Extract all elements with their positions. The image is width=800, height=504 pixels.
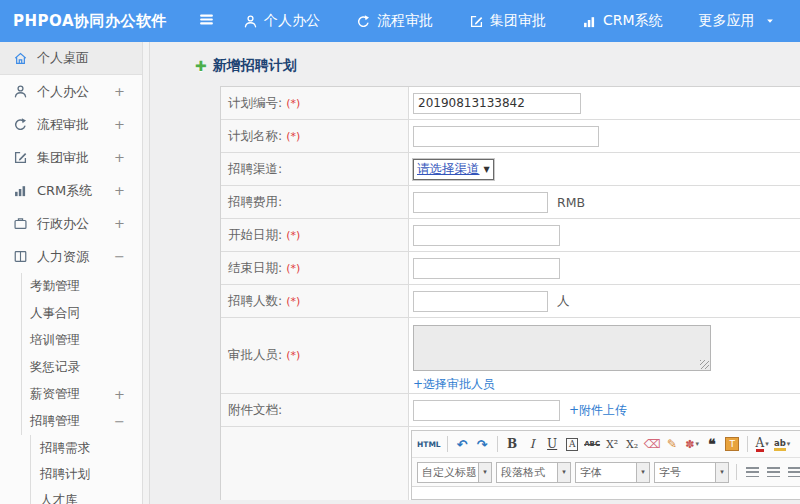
font-color-button[interactable]: A▾ [754,435,771,454]
toolbar-divider [497,436,498,452]
format-brush-button[interactable]: ✎ [664,435,681,454]
strikethrough-button[interactable]: ABC [584,435,601,454]
attachment-upload-link[interactable]: +附件上传 [569,402,627,419]
align-left-icon [746,467,759,477]
plan-number-label: 计划编号: [228,95,282,112]
italic-button[interactable]: I [524,435,541,454]
rich-text-editor: HTML↶↷BIUAABCX²X₂⌫✎✽▾❝TA▾ab▾ 自定义标题▾段落格式▾… [411,430,800,500]
sidebar-item-process-approval[interactable]: 流程审批+ [0,108,142,141]
sidebar-item-label: 人才库 [40,492,78,504]
redo-button[interactable]: ↷ [474,435,491,454]
plan-number-input[interactable] [413,93,581,114]
required-mark: (*) [286,295,300,308]
sidebar-item-crm-system[interactable]: CRM系统+ [0,174,142,207]
sidebar-item-recruitment-demand[interactable]: 招聘需求 [0,435,142,461]
sidebar-item-personal-office[interactable]: 个人办公+ [0,75,142,108]
undo-button[interactable]: ↶ [454,435,471,454]
caret-down-icon: ▾ [765,440,769,448]
start-date-input[interactable] [413,225,560,246]
recruitment-plan-form: 计划编号: (*) 计划名称: (*) 招聘渠道: [220,86,800,500]
bold-button[interactable]: B [504,435,521,454]
nav-item-personal-office[interactable]: 个人办公 [243,12,320,30]
toolbar-divider [736,464,737,480]
expand-icon[interactable]: + [114,150,125,165]
sidebar-item-training-mgmt[interactable]: 培训管理 [0,327,142,354]
paste-text-button[interactable]: T [724,435,741,454]
underline-button[interactable]: U [544,435,561,454]
align-center-button[interactable] [765,463,782,482]
menu-icon[interactable] [198,11,215,32]
fee-unit-label: RMB [557,195,585,210]
toolbar-divider [447,436,448,452]
expand-icon[interactable]: + [114,387,125,402]
collapse-icon[interactable]: − [114,414,125,429]
home-icon [13,51,28,66]
eraser-button[interactable]: ⌫ [644,435,661,454]
nav-item-process-approval[interactable]: 流程审批 [356,12,433,30]
caret-down-icon[interactable]: ▾ [715,463,728,482]
sidebar-item-label: 招聘管理 [30,413,80,430]
font-size-select-value: 字号 [655,465,715,480]
sidebar-item-human-resources[interactable]: 人力资源− [0,240,142,273]
paragraph-select[interactable]: 段落格式▾ [496,462,571,483]
heading-select[interactable]: 自定义标题▾ [417,462,492,483]
editor-content[interactable] [412,487,800,499]
sidebar-item-label: 人力资源 [37,248,89,266]
attachment-input[interactable] [413,400,560,421]
caret-down-icon[interactable]: ▾ [478,463,491,482]
font-border-button[interactable]: A [564,435,581,454]
sidebar-item-label: 流程审批 [37,116,89,134]
sidebar-item-group-approval[interactable]: 集团审批+ [0,141,142,174]
expand-icon[interactable]: + [114,183,125,198]
superscript-button[interactable]: X² [604,435,621,454]
sidebar-item-reward-punishment[interactable]: 奖惩记录 [0,354,142,381]
sidebar-item-label: 集团审批 [37,149,89,167]
approver-textarea[interactable] [413,325,711,371]
sidebar-item-recruitment-mgmt[interactable]: 招聘管理− [0,408,142,435]
paint-color-button[interactable]: ✽▾ [684,435,701,454]
headcount-input[interactable] [413,291,548,312]
expand-icon[interactable]: + [114,117,125,132]
channel-select[interactable]: 请选择渠道 ▼ [413,159,494,180]
page-title-text: 新增招聘计划 [213,57,297,75]
required-mark: (*) [286,130,300,143]
expand-icon[interactable]: + [114,216,125,231]
expand-icon[interactable]: + [114,84,125,99]
font-size-select[interactable]: 字号▾ [654,462,729,483]
sidebar-item-personal-desktop[interactable]: 个人桌面 [0,42,142,75]
caret-down-icon[interactable]: ▾ [636,463,649,482]
highlight-color-button[interactable]: ab▾ [774,435,791,454]
subscript-button[interactable]: X₂ [624,435,641,454]
page-layout: 个人桌面个人办公+流程审批+集团审批+CRM系统+行政办公+人力资源−考勤管理人… [0,42,800,504]
nav-item-group-approval[interactable]: 集团审批 [469,12,546,30]
sidebar: 个人桌面个人办公+流程审批+集团审批+CRM系统+行政办公+人力资源−考勤管理人… [0,42,143,504]
blockquote-button[interactable]: ❝ [704,435,721,454]
sidebar-item-recruitment-plan[interactable]: 招聘计划 [0,461,142,487]
end-date-input[interactable] [413,258,560,279]
fee-input[interactable] [413,192,548,213]
collapse-icon[interactable]: − [114,249,125,264]
sidebar-scrollbar[interactable] [143,42,150,504]
sidebar-item-talent-pool[interactable]: 人才库 [0,487,142,504]
form-row-approver: 审批人员: (*) +选择审批人员 [221,318,800,394]
sidebar-item-personnel-contract[interactable]: 人事合同 [0,300,142,327]
html-source-button[interactable]: HTML [417,435,441,454]
sidebar-item-salary-mgmt[interactable]: 薪资管理+ [0,381,142,408]
sidebar-item-label: 薪资管理 [30,386,80,403]
toolbar-divider [747,436,748,452]
align-left-button[interactable] [744,463,761,482]
sidebar-item-admin-office[interactable]: 行政办公+ [0,207,142,240]
nav-item-more-apps[interactable]: 更多应用 [699,12,775,30]
edit-icon [469,14,484,29]
app-brand: PHPOA协同办公软件 [0,12,190,31]
plan-name-input[interactable] [413,126,599,147]
select-approver-link[interactable]: +选择审批人员 [413,376,495,393]
nav-item-crm-system[interactable]: CRM系统 [582,12,663,30]
align-right-button[interactable] [786,463,800,482]
sidebar-item-label: 奖惩记录 [30,359,80,376]
font-family-select[interactable]: 字体▾ [575,462,650,483]
required-mark: (*) [286,349,300,362]
caret-down-icon[interactable]: ▾ [557,463,570,482]
align-center-icon [767,467,780,477]
sidebar-item-attendance-mgmt[interactable]: 考勤管理 [0,273,142,300]
